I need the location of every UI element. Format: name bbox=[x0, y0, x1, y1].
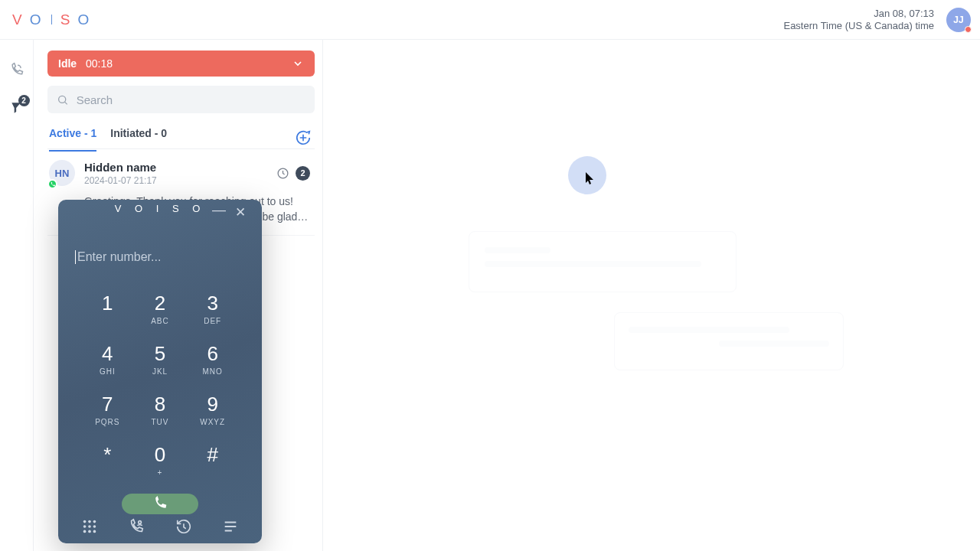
history-tab-icon[interactable] bbox=[172, 515, 195, 538]
cursor-icon bbox=[586, 172, 595, 184]
app-header: VOISO Jan 08, 07:13 Eastern Time (US & C… bbox=[0, 0, 980, 40]
contact-avatar: HN bbox=[49, 160, 75, 186]
key-6[interactable]: 6MNO bbox=[186, 342, 239, 376]
left-nav: 2 bbox=[0, 40, 34, 551]
key-7[interactable]: 7PQRS bbox=[81, 393, 134, 426]
key-1[interactable]: 1 bbox=[81, 292, 134, 325]
clock-datetime: Jan 08, 07:13 bbox=[783, 8, 934, 20]
svg-point-0 bbox=[59, 96, 66, 103]
nav-badge: 2 bbox=[18, 95, 30, 106]
dialer-keypad: 1 2ABC 3DEF 4GHI 5JKL 6MNO 7PQRS 8TUV 9W… bbox=[58, 292, 262, 477]
phone-icon bbox=[152, 496, 168, 511]
clock-block: Jan 08, 07:13 Eastern Time (US & Canada)… bbox=[783, 8, 934, 32]
status-dot-icon bbox=[965, 26, 972, 33]
whatsapp-icon bbox=[47, 179, 57, 189]
app-logo: VOISO bbox=[12, 11, 95, 28]
dialer-number-input[interactable] bbox=[75, 250, 245, 264]
main-content bbox=[323, 40, 980, 551]
close-button[interactable]: ✕ bbox=[235, 204, 251, 220]
dialer-header[interactable]: V O I S O — ✕ bbox=[58, 200, 262, 218]
dialer-footer bbox=[58, 514, 262, 543]
clock-icon bbox=[276, 167, 289, 180]
dialer-widget[interactable]: V O I S O — ✕ 1 2ABC 3DEF 4GHI 5JKL 6MNO… bbox=[58, 200, 262, 543]
key-4[interactable]: 4GHI bbox=[81, 342, 134, 376]
svg-point-4 bbox=[93, 520, 96, 523]
svg-point-9 bbox=[88, 530, 91, 533]
chevron-down-icon bbox=[292, 57, 304, 70]
tab-initiated[interactable]: Initiated - 0 bbox=[110, 127, 167, 148]
skeleton-card bbox=[469, 231, 737, 292]
svg-point-11 bbox=[139, 520, 142, 523]
svg-point-8 bbox=[83, 530, 87, 533]
svg-point-7 bbox=[93, 525, 96, 528]
status-label: Idle bbox=[58, 57, 77, 70]
keypad-tab-icon[interactable] bbox=[78, 515, 101, 538]
key-hash[interactable]: # bbox=[186, 443, 239, 477]
nav-inbox-icon[interactable]: 2 bbox=[8, 99, 25, 116]
tab-active[interactable]: Active - 1 bbox=[49, 127, 96, 148]
search-bar[interactable] bbox=[47, 86, 315, 113]
nav-dialer-icon[interactable] bbox=[8, 61, 25, 78]
key-2[interactable]: 2ABC bbox=[134, 292, 187, 325]
status-timer: 00:18 bbox=[86, 57, 113, 70]
svg-point-2 bbox=[83, 520, 87, 523]
dialer-logo: V O I S O bbox=[115, 203, 206, 214]
key-star[interactable]: * bbox=[81, 443, 134, 477]
unread-badge: 2 bbox=[296, 166, 310, 181]
search-input[interactable] bbox=[77, 93, 305, 106]
key-3[interactable]: 3DEF bbox=[186, 292, 239, 325]
clock-timezone: Eastern Time (US & Canada) time bbox=[783, 20, 934, 32]
user-avatar[interactable]: JJ bbox=[946, 8, 971, 32]
call-button[interactable] bbox=[122, 494, 198, 514]
key-8[interactable]: 8TUV bbox=[134, 393, 187, 426]
new-chat-button[interactable] bbox=[293, 128, 313, 148]
contact-name: Hidden name bbox=[84, 161, 157, 174]
conversation-timestamp: 2024-01-07 21:17 bbox=[84, 175, 157, 186]
svg-point-10 bbox=[93, 530, 96, 533]
svg-point-3 bbox=[88, 520, 91, 523]
contacts-tab-icon[interactable] bbox=[125, 515, 148, 538]
search-icon bbox=[57, 93, 69, 106]
queue-tab-icon[interactable] bbox=[219, 515, 242, 538]
key-0[interactable]: 0+ bbox=[134, 443, 187, 477]
agent-status-dropdown[interactable]: Idle 00:18 bbox=[47, 51, 315, 77]
key-9[interactable]: 9WXYZ bbox=[186, 393, 239, 426]
skeleton-card bbox=[614, 312, 844, 370]
svg-point-6 bbox=[88, 525, 91, 528]
svg-point-5 bbox=[83, 525, 87, 528]
minimize-button[interactable]: — bbox=[212, 206, 231, 214]
key-5[interactable]: 5JKL bbox=[134, 342, 187, 376]
